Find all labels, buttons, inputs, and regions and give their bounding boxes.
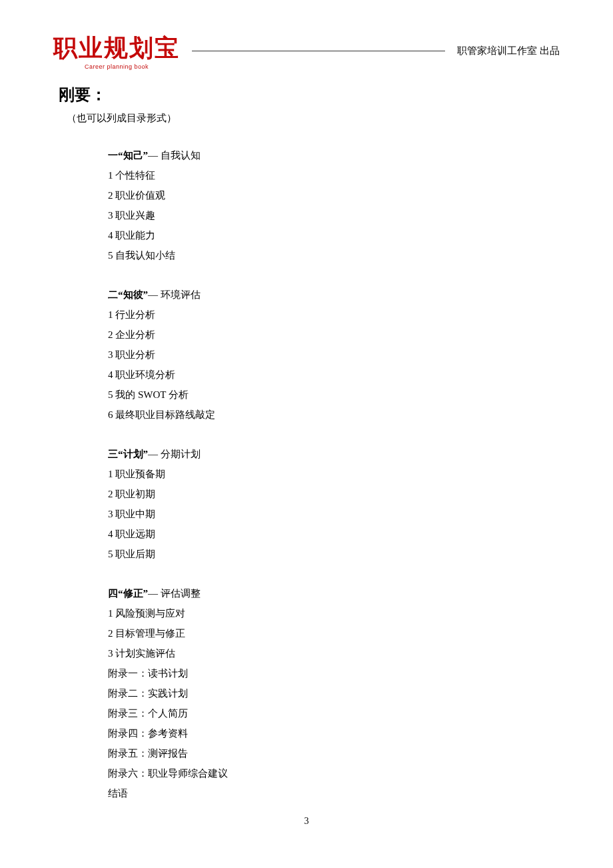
toc-item: 附录五：测评报告 <box>108 743 228 763</box>
page-subtitle: （也可以列成目录形式） <box>67 112 177 125</box>
toc-heading-bold: 三“计划” <box>108 449 148 459</box>
logo: 职业规划宝 Career planning book <box>53 32 180 70</box>
toc-section-heading: 三“计划”— 分期计划 <box>108 444 228 464</box>
header-divider <box>192 51 445 51</box>
toc-section: 一“知己”— 自我认知 1 个性特征 2 职业价值观 3 职业兴趣 4 职业能力… <box>108 145 228 265</box>
toc-section-heading: 二“知彼”— 环境评估 <box>108 285 228 305</box>
toc-item: 附录六：职业导师综合建议 <box>108 763 228 783</box>
toc-item: 1 职业预备期 <box>108 464 228 484</box>
toc-section-heading: 一“知己”— 自我认知 <box>108 145 228 165</box>
toc-item: 4 职业环境分析 <box>108 365 228 385</box>
toc-item: 3 职业兴趣 <box>108 205 228 225</box>
header-publisher: 职管家培训工作室 出品 <box>457 45 560 57</box>
toc-item: 4 职业能力 <box>108 225 228 245</box>
toc-heading-rest: — 评估调整 <box>148 588 201 599</box>
toc-item: 3 计划实施评估 <box>108 643 228 663</box>
page-number: 3 <box>0 816 613 827</box>
toc-heading-bold: 一“知己” <box>108 150 148 161</box>
toc-heading-rest: — 自我认知 <box>148 150 201 161</box>
toc-section: 二“知彼”— 环境评估 1 行业分析 2 企业分析 3 职业分析 4 职业环境分… <box>108 285 228 425</box>
toc-section: 三“计划”— 分期计划 1 职业预备期 2 职业初期 3 职业中期 4 职业远期… <box>108 444 228 564</box>
toc-section-heading: 四“修正”— 评估调整 <box>108 583 228 603</box>
toc-heading-bold: 四“修正” <box>108 588 148 599</box>
toc-item: 附录一：读书计划 <box>108 663 228 683</box>
toc-item: 结语 <box>108 783 228 803</box>
toc-item: 1 行业分析 <box>108 305 228 325</box>
toc-item: 2 职业价值观 <box>108 185 228 205</box>
toc-item: 2 目标管理与修正 <box>108 623 228 643</box>
logo-main: 职业规划宝 <box>53 32 180 65</box>
toc-item: 1 个性特征 <box>108 165 228 185</box>
toc-heading-bold: 二“知彼” <box>108 289 148 300</box>
toc-item: 5 职业后期 <box>108 544 228 564</box>
toc-item: 附录二：实践计划 <box>108 683 228 703</box>
toc-item: 5 自我认知小结 <box>108 245 228 265</box>
table-of-contents: 一“知己”— 自我认知 1 个性特征 2 职业价值观 3 职业兴趣 4 职业能力… <box>108 145 228 823</box>
toc-item: 5 我的 SWOT 分析 <box>108 385 228 405</box>
toc-heading-rest: — 环境评估 <box>148 289 201 300</box>
toc-item: 附录三：个人简历 <box>108 703 228 723</box>
toc-item: 4 职业远期 <box>108 524 228 544</box>
toc-item: 2 职业初期 <box>108 484 228 504</box>
toc-heading-rest: — 分期计划 <box>148 449 201 459</box>
toc-item: 3 职业中期 <box>108 504 228 524</box>
toc-item: 附录四：参考资料 <box>108 723 228 743</box>
document-header: 职业规划宝 Career planning book 职管家培训工作室 出品 <box>53 32 560 70</box>
toc-section: 四“修正”— 评估调整 1 风险预测与应对 2 目标管理与修正 3 计划实施评估… <box>108 583 228 803</box>
toc-item: 3 职业分析 <box>108 345 228 365</box>
toc-item: 1 风险预测与应对 <box>108 603 228 623</box>
toc-item: 6 最终职业目标路线敲定 <box>108 405 228 425</box>
toc-item: 2 企业分析 <box>108 325 228 345</box>
logo-subtitle: Career planning book <box>85 63 149 70</box>
page-title: 刚要： <box>59 84 107 105</box>
